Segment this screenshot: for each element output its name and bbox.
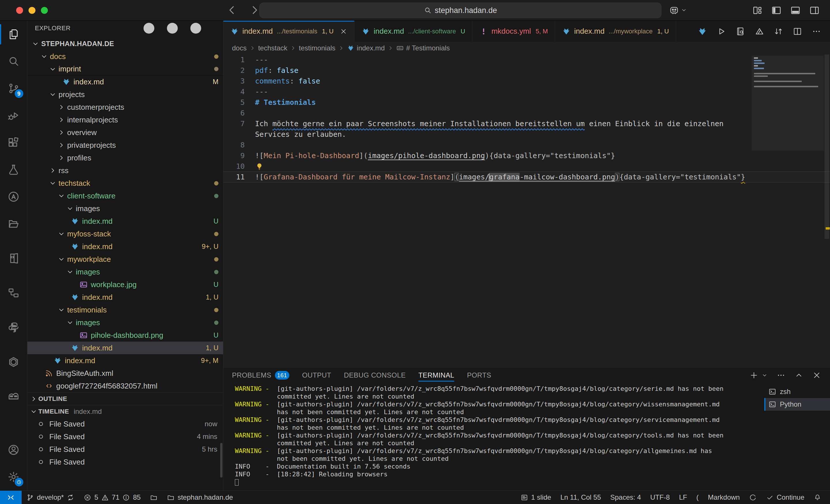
url-bar[interactable]: stephan.hadan.de bbox=[259, 3, 662, 18]
editor-action-split-editor-icon[interactable] bbox=[793, 27, 802, 36]
editor-tab-mkdocs.yml[interactable]: mkdocs.yml5, M bbox=[472, 21, 555, 42]
tree-item[interactable]: overview bbox=[27, 126, 223, 139]
panel-tab-ports[interactable]: PORTS bbox=[467, 368, 491, 383]
encoding[interactable]: UTF-8 bbox=[645, 491, 674, 504]
arrow-left-icon[interactable] bbox=[226, 5, 237, 15]
editor-line-current[interactable]: 11![Grafana-Dashboard für meine Mailcow-… bbox=[223, 172, 830, 182]
activity-item-source-control[interactable]: 9 bbox=[0, 75, 27, 102]
layout-icon[interactable] bbox=[752, 5, 763, 15]
panel-action-chevron-down-icon[interactable] bbox=[761, 372, 768, 378]
panel-action-close-icon[interactable] bbox=[812, 371, 821, 380]
tree-item[interactable]: STEPHAN.HADAN.DE bbox=[27, 37, 223, 50]
indentation[interactable]: Spaces: 4 bbox=[606, 491, 645, 504]
activity-item-faces[interactable] bbox=[0, 383, 27, 410]
terminal-output[interactable]: WARNING - [git-authors-plugin] /var/fold… bbox=[223, 383, 764, 491]
editor-line[interactable]: 2pdf: false bbox=[223, 65, 830, 76]
editor-tab-index.md[interactable]: index.md.../testimonials1, U bbox=[223, 21, 354, 42]
editor-action-md-arrow-icon[interactable] bbox=[697, 27, 707, 36]
editor-line[interactable]: 6 bbox=[223, 108, 830, 119]
editor-action-book-search-icon[interactable] bbox=[735, 27, 745, 36]
activity-item-flow[interactable] bbox=[0, 279, 27, 306]
slide-count[interactable]: 1 slide bbox=[516, 491, 556, 504]
breadcrumb-item[interactable]: abc# Testimonials bbox=[396, 44, 450, 52]
close-tab-icon[interactable] bbox=[340, 28, 347, 35]
tree-item[interactable]: projects bbox=[27, 88, 223, 101]
tree-item[interactable]: index.md1, U bbox=[27, 342, 223, 354]
timeline-scrollbar[interactable] bbox=[220, 443, 222, 477]
tree-item[interactable]: index.md9+, M bbox=[27, 354, 223, 367]
tree-item[interactable]: googlef727264f56832057.html bbox=[27, 379, 223, 392]
panel-tab-debug-console[interactable]: DEBUG CONSOLE bbox=[344, 368, 406, 383]
tree-item[interactable]: pihole-dashboard.pngU bbox=[27, 329, 223, 342]
editor-line[interactable]: 1--- bbox=[223, 55, 830, 65]
activity-item-debug[interactable] bbox=[0, 102, 27, 129]
editor-action-md-preview-icon[interactable] bbox=[755, 27, 764, 36]
browser-profile-button[interactable] bbox=[669, 5, 687, 15]
language-mode[interactable]: Markdown bbox=[703, 491, 744, 504]
cursor-position[interactable]: Ln 11, Col 55 bbox=[556, 491, 606, 504]
panel-action-chevron-up-icon[interactable] bbox=[794, 371, 803, 380]
tree-item[interactable]: imprint bbox=[27, 63, 223, 75]
editor-action-compare-icon[interactable] bbox=[773, 27, 783, 36]
notifications-bell[interactable] bbox=[809, 491, 826, 504]
panel-tab-problems[interactable]: PROBLEMS161 bbox=[232, 368, 289, 383]
tree-item[interactable]: images bbox=[27, 202, 223, 215]
editor-line[interactable]: 5# Testimonials bbox=[223, 97, 830, 108]
tree-item[interactable]: BingSiteAuth.xml bbox=[27, 367, 223, 379]
activity-item-hexagon[interactable] bbox=[0, 348, 27, 375]
editor-tab-index.md[interactable]: index.md.../client-softwareU bbox=[354, 21, 472, 42]
tree-item[interactable]: index.md9+, U bbox=[27, 240, 223, 253]
tree-item[interactable]: rss bbox=[27, 164, 223, 177]
activity-item-settings[interactable] bbox=[0, 463, 27, 491]
timeline-item[interactable]: File Saved bbox=[27, 456, 223, 468]
panel-action-plus-icon[interactable] bbox=[749, 371, 759, 380]
timeline-item[interactable]: File Saved5 hrs bbox=[27, 443, 223, 456]
terminal-instance-zsh[interactable]: zsh bbox=[764, 385, 830, 398]
editor-action-more-icon[interactable] bbox=[811, 27, 821, 36]
git-branch-status[interactable]: develop* bbox=[22, 491, 79, 504]
panel-tab-output[interactable]: OUTPUT bbox=[302, 368, 331, 383]
terminal-instance-python[interactable]: Python bbox=[764, 398, 830, 411]
editor-line[interactable]: 9![Mein Pi-hole-Dashboard](images/pihole… bbox=[223, 150, 830, 161]
tree-item[interactable]: myfoss-stack bbox=[27, 228, 223, 240]
activity-item-python[interactable] bbox=[0, 314, 27, 341]
tree-item[interactable]: workplace.jpgU bbox=[27, 278, 223, 291]
tree-item[interactable]: internalprojects bbox=[27, 113, 223, 126]
layout-sidebar-left-icon[interactable] bbox=[771, 5, 781, 15]
editor-tab-index.md[interactable]: index.md.../myworkplace1, U bbox=[555, 21, 676, 42]
editor-line[interactable]: 3comments: false bbox=[223, 76, 830, 87]
timeline-section[interactable]: TIMELINE index.md bbox=[27, 405, 223, 417]
tree-item[interactable]: myworkplace bbox=[27, 253, 223, 266]
tree-item[interactable]: client-software bbox=[27, 190, 223, 202]
tree-item[interactable]: images bbox=[27, 266, 223, 278]
continue-button[interactable]: Continue bbox=[761, 491, 809, 504]
activity-item-account[interactable] bbox=[0, 436, 27, 463]
breadcrumb-item[interactable]: techstack bbox=[258, 44, 287, 52]
layout-sidebar-right-icon[interactable] bbox=[809, 5, 820, 15]
editor-line[interactable]: 7Ich möchte gerne ein paar Screenshots m… bbox=[223, 119, 830, 129]
problems-status[interactable]: 57185 bbox=[79, 491, 145, 504]
layout-panel-icon[interactable] bbox=[790, 5, 801, 15]
sync-spinner[interactable] bbox=[744, 491, 761, 504]
breadcrumb-item[interactable]: index.md bbox=[347, 44, 385, 52]
panel-action-more-icon[interactable] bbox=[776, 371, 786, 380]
lightbulb-icon[interactable] bbox=[255, 162, 264, 171]
tree-item[interactable]: images bbox=[27, 316, 223, 329]
editor-scrollbar[interactable] bbox=[824, 55, 830, 367]
tree-item[interactable]: profiles bbox=[27, 152, 223, 164]
editor[interactable]: 1---2pdf: false3comments: false4---5# Te… bbox=[223, 55, 830, 367]
activity-item-live-server[interactable] bbox=[0, 245, 27, 272]
editor-line[interactable]: 10 bbox=[223, 161, 830, 172]
minimap[interactable] bbox=[754, 57, 823, 89]
tree-item[interactable]: index.md1, U bbox=[27, 291, 223, 304]
breadcrumb-item[interactable]: testimonials bbox=[299, 44, 336, 52]
activity-item-circle-a[interactable] bbox=[0, 183, 27, 210]
tree-item[interactable]: testimonials bbox=[27, 304, 223, 316]
arrow-right-icon[interactable] bbox=[249, 5, 260, 15]
remote-indicator[interactable] bbox=[0, 491, 22, 504]
tree-item[interactable]: techstack bbox=[27, 177, 223, 190]
minimize-window-button[interactable] bbox=[29, 7, 35, 14]
outline-section[interactable]: OUTLINE bbox=[27, 392, 223, 405]
tree-item[interactable]: customerprojects bbox=[27, 101, 223, 113]
panel-tab-terminal[interactable]: TERMINAL bbox=[418, 368, 454, 383]
